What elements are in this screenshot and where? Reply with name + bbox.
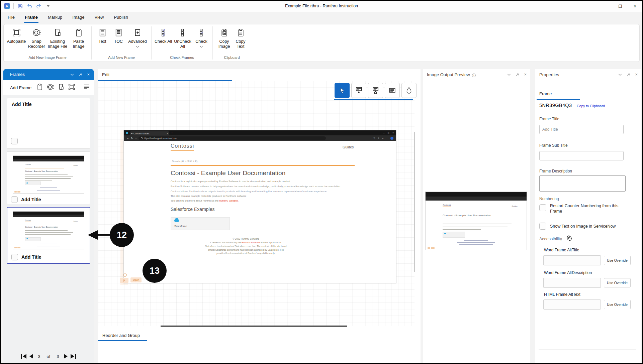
autopaste-button[interactable]: Autopaste xyxy=(6,25,26,44)
annotation-badge-13[interactable]: 13 xyxy=(143,259,167,283)
frame-card-2[interactable]: Contossi Guides Contossi - Example User … xyxy=(7,151,90,204)
frame-title-input[interactable] xyxy=(539,125,624,134)
frame-description-label: Frame Description xyxy=(539,169,572,173)
existing-image-file-button[interactable]: Existing Image File xyxy=(47,25,69,49)
browser-tab-bar: Contossi Guides × + –□× xyxy=(124,130,396,135)
close-icon[interactable]: × xyxy=(635,72,638,77)
text-box-tool-button[interactable] xyxy=(385,83,400,98)
ribbon-group-label: Add New Frame xyxy=(94,54,149,62)
salesforce-card: Salesforce xyxy=(171,217,230,230)
frame-checkbox[interactable] xyxy=(11,196,18,203)
next-page-button[interactable] xyxy=(64,354,68,359)
text-frame-button[interactable]: Text xyxy=(94,25,110,44)
info-icon: i xyxy=(472,74,476,77)
favicon xyxy=(131,133,132,134)
frames-panel: Frames × Add Frame xyxy=(3,69,94,363)
tab-reorder-and-group[interactable]: Reorder and Group xyxy=(102,333,140,338)
reorder-tab-underline xyxy=(98,340,147,341)
chevron-down-icon[interactable] xyxy=(70,74,74,76)
restart-counter-label: Restart Counter Numbering from this Fram… xyxy=(550,203,630,214)
menu-frame[interactable]: Frame xyxy=(20,12,43,23)
menu-publish[interactable]: Publish xyxy=(109,12,133,23)
restart-counter-checkbox[interactable] xyxy=(539,204,546,211)
show-text-servicenow-checkbox[interactable] xyxy=(539,223,546,230)
check-all-button[interactable]: Check All xyxy=(154,25,172,44)
menu-file[interactable]: File xyxy=(3,12,20,23)
pin-icon[interactable] xyxy=(627,73,630,77)
copy-to-clipboard-link[interactable]: Copy to Clipboard xyxy=(577,104,605,108)
previous-page-button[interactable] xyxy=(29,354,33,359)
accessibility-settings-gear-icon[interactable] xyxy=(566,235,572,243)
tab-edit[interactable]: Edit xyxy=(102,72,109,77)
properties-panel-header: Properties × xyxy=(535,69,641,80)
add-snap-recorder-frame-icon[interactable] xyxy=(47,83,55,92)
add-image-file-frame-icon[interactable] xyxy=(58,83,65,92)
frame-description-input[interactable] xyxy=(539,175,626,192)
html-alt-text-override-button[interactable]: Use Override xyxy=(604,300,631,309)
properties-panel: Properties × Frame 5NR39GB4Q3 Copy to Cl… xyxy=(535,69,641,363)
pager-total-pages: 3 xyxy=(57,354,59,359)
frame-checkbox[interactable] xyxy=(11,254,18,260)
callout-arrow-tool-button[interactable] xyxy=(351,83,366,98)
tab-frame-properties[interactable]: Frame xyxy=(539,91,552,96)
frame-card-3-selected[interactable]: Contossi Guides Contossi - Example User … xyxy=(7,207,90,264)
uncheck-all-button[interactable]: UnCheck All xyxy=(172,25,193,49)
marker-insert-chip[interactable]: |+ xyxy=(120,278,128,283)
toc-frame-button[interactable]: TOC xyxy=(110,25,126,44)
paste-image-button[interactable]: Paste Image xyxy=(69,25,89,49)
frame-list-menu-icon[interactable] xyxy=(83,83,90,92)
word-alt-description-input[interactable] xyxy=(543,278,601,288)
annotation-badge-12[interactable]: 12 xyxy=(110,223,134,247)
advanced-frame-button[interactable]: Advanced xyxy=(126,25,149,47)
add-paste-frame-icon[interactable] xyxy=(36,83,43,92)
copy-image-button[interactable]: Copy Image xyxy=(215,25,233,49)
refresh-icon: ↻ xyxy=(131,137,133,140)
pager-of-label: of xyxy=(47,354,51,359)
window-title: Example File.rthru - Runthru Instruction xyxy=(1,4,642,8)
frame-subtitle-label: Frame Sub Title xyxy=(539,143,568,148)
numbering-section-label: Numbering xyxy=(539,197,559,201)
pin-icon[interactable] xyxy=(79,73,82,77)
close-icon[interactable]: × xyxy=(87,72,90,77)
marker-circle[interactable] xyxy=(123,273,127,277)
frame-screenshot[interactable]: Contossi Guides × + –□× ← ↻ ⌂ https://ru… xyxy=(124,130,396,283)
frame-id: 5NR39GB4Q3 xyxy=(539,103,572,108)
word-alt-title-override-button[interactable]: Use Override xyxy=(604,256,631,265)
frame-subtitle-input[interactable] xyxy=(539,151,624,160)
site-paragraph: You can find out more about Runthru at t… xyxy=(171,199,239,202)
thumb-salesforce-card xyxy=(25,237,41,241)
home-icon: ⌂ xyxy=(135,137,137,140)
add-autopaste-frame-icon[interactable] xyxy=(68,83,75,92)
site-paragraph: This site contains example materials pro… xyxy=(171,195,247,198)
check-button[interactable]: Check xyxy=(193,25,210,47)
marker-open-chip[interactable]: Open xyxy=(130,277,142,282)
first-page-button[interactable] xyxy=(21,354,26,359)
chevron-down-icon[interactable] xyxy=(618,74,622,76)
menu-image[interactable]: Image xyxy=(67,12,89,23)
pin-icon[interactable] xyxy=(516,73,519,77)
new-tab-icon: + xyxy=(171,131,173,134)
minimize-button[interactable]: – xyxy=(598,1,613,12)
frame-checkbox[interactable] xyxy=(11,138,18,144)
menu-markup[interactable]: Markup xyxy=(43,12,67,23)
html-alt-text-input[interactable] xyxy=(543,299,601,310)
maximize-button[interactable]: ❐ xyxy=(613,1,628,12)
last-page-button[interactable] xyxy=(71,354,76,359)
copy-text-button[interactable]: Copy Text xyxy=(233,25,248,49)
menu-view[interactable]: View xyxy=(89,12,109,23)
close-icon[interactable]: × xyxy=(524,72,527,77)
chevron-down-icon[interactable] xyxy=(507,74,511,76)
word-alt-title-input[interactable] xyxy=(543,255,601,265)
blur-droplet-tool-button[interactable] xyxy=(401,83,417,98)
frame-card-1[interactable]: Add Title xyxy=(7,98,90,149)
callout-box-tool-button[interactable] xyxy=(368,83,383,98)
frame-tab-underline xyxy=(537,99,580,100)
canvas-toolbar-underline xyxy=(334,99,413,100)
ribbon: Autopaste Snap Recorder Existin xyxy=(3,24,640,62)
select-tool-button[interactable] xyxy=(335,83,350,98)
word-alt-description-override-button[interactable]: Use Override xyxy=(604,278,631,287)
ribbon-group-add-new-frame: Text TOC Advanced Add New Frame xyxy=(92,24,151,62)
canvas-scrollbar[interactable] xyxy=(414,132,415,272)
snap-recorder-button[interactable]: Snap Recorder xyxy=(26,25,47,49)
close-button[interactable]: × xyxy=(628,1,642,12)
